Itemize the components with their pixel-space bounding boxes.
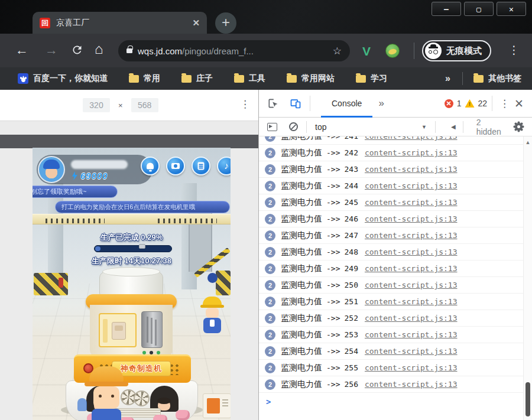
console-source-link[interactable]: content-script.js:13 — [365, 181, 458, 190]
console-source-link[interactable]: content-script.js:13 — [365, 347, 458, 356]
home-icon[interactable]: ⌂ — [95, 42, 103, 56]
browser-menu-icon[interactable]: ⋮ — [508, 43, 520, 57]
console-settings-gear-icon[interactable] — [515, 123, 523, 131]
forward-icon[interactable]: → — [45, 43, 58, 57]
vue-devtools-extension-icon[interactable]: V — [362, 44, 371, 58]
console-source-link[interactable]: content-script.js:13 — [365, 231, 458, 240]
bookmark-folder[interactable]: 学习 — [356, 73, 387, 84]
bookmark-folder[interactable]: 工具 — [234, 73, 265, 84]
console-message-text: 监测电力值->>249 — [281, 263, 362, 274]
hidden-messages-label[interactable]: 2 hidden — [476, 118, 507, 136]
tab-close-icon[interactable]: ✕ — [192, 18, 200, 28]
clear-console-icon[interactable] — [289, 122, 298, 131]
bookmark-folder[interactable]: 常用 — [129, 73, 160, 84]
console-source-link[interactable]: content-script.js:13 — [365, 363, 458, 372]
bookmark-folder-label: 学习 — [371, 73, 387, 84]
devtools-close-icon[interactable]: ✕ — [514, 97, 524, 110]
machine-lid — [102, 267, 160, 276]
console-message-row: 2 监测电力值->>244 content-script.js:13 — [259, 178, 523, 194]
url-path: /pingou/dream_f... — [182, 46, 254, 56]
repeat-count-badge: 2 — [265, 346, 275, 357]
avatar — [38, 156, 65, 183]
music-button[interactable]: ♪ — [217, 157, 231, 175]
url-host: wqs.jd.com — [138, 46, 182, 56]
inspect-element-icon[interactable] — [267, 97, 279, 109]
bookmark-folder[interactable]: 庄子 — [181, 73, 213, 84]
bookmark-baidu[interactable]: 百度一下，你就知道 — [18, 73, 108, 84]
power-settlement-banner: 打工的电力奖励会在次日6点后结算在发电机里哦 — [55, 201, 230, 213]
bookmarks-bar: 百度一下，你就知道 常用 庄子 工具 — [0, 67, 532, 90]
viewport-height-input[interactable]: 568 — [131, 98, 158, 112]
scrollbar-thumb[interactable] — [525, 382, 530, 416]
console-source-link[interactable]: content-script.js:13 — [365, 264, 458, 273]
console-source-link[interactable]: content-script.js:13 — [365, 136, 458, 141]
console-prompt[interactable]: > — [259, 393, 523, 411]
console-source-link[interactable]: content-script.js:13 — [365, 148, 458, 157]
console-message-text: 监测电力值->>246 — [281, 214, 362, 224]
console-source-link[interactable]: content-script.js:13 — [365, 198, 458, 207]
folder-icon — [234, 75, 244, 83]
browser-tab[interactable]: 回 京喜工厂 ✕ — [33, 12, 207, 34]
bookmark-folder[interactable]: 常用网站 — [287, 73, 335, 84]
console-message-row: 2 监测电力值->>248 content-script.js:13 — [259, 244, 523, 261]
incognito-badge: 无痕模式 — [422, 40, 491, 61]
scroll-up-arrow-icon[interactable]: ▲ — [524, 136, 532, 145]
production-progress-bar — [94, 245, 172, 252]
filter-collapse-icon[interactable]: ◀ — [451, 123, 456, 130]
viewport-width-input[interactable]: 320 — [83, 98, 110, 112]
folder-icon — [181, 75, 192, 83]
console-source-link[interactable]: content-script.js:13 — [365, 314, 458, 323]
back-icon[interactable]: ← — [15, 43, 28, 57]
maximize-button[interactable]: ▢ — [464, 2, 494, 16]
folder-icon — [356, 75, 366, 83]
bookmark-star-icon[interactable]: ☆ — [333, 45, 342, 57]
console-message-text: 监测电力值->>241 — [281, 136, 362, 142]
console-message-row: 2 监测电力值->>250 content-script.js:13 — [259, 277, 523, 294]
console-source-link[interactable]: content-script.js:13 — [365, 380, 458, 389]
bookmarks-separator — [462, 72, 463, 85]
tab-console[interactable]: Console — [319, 90, 375, 118]
console-source-link[interactable]: content-script.js:13 — [365, 281, 458, 289]
close-window-button[interactable]: ✕ — [497, 2, 526, 16]
bell-icon — [147, 163, 154, 170]
device-toolbar-menu-icon[interactable]: ⋮ — [240, 98, 250, 110]
console-source-link[interactable]: content-script.js:13 — [365, 214, 458, 223]
minimize-button[interactable]: — — [432, 2, 461, 16]
other-bookmarks[interactable]: 其他书签 — [473, 73, 521, 84]
device-toolbar-toggle-icon[interactable] — [290, 97, 301, 109]
product-preview — [112, 322, 126, 340]
address-bar[interactable]: wqs.jd.com/pingou/dream_f... ☆ — [118, 40, 350, 61]
console-source-link[interactable]: content-script.js:13 — [365, 248, 458, 256]
folder-icon — [129, 75, 139, 83]
worker-character[interactable] — [200, 297, 224, 334]
notification-bell-button[interactable] — [141, 157, 160, 175]
progress-marker — [139, 244, 145, 249]
error-icon: ✕ — [445, 99, 453, 108]
console-source-link[interactable]: content-script.js:13 — [365, 297, 458, 306]
bookmarks-overflow-chevron[interactable]: » — [445, 73, 450, 84]
console-source-link[interactable]: content-script.js:13 — [365, 330, 458, 339]
console-message-text: 监测电力值->>255 — [281, 363, 362, 373]
console-scrollbar[interactable]: ▲ — [523, 136, 532, 420]
console-source-link[interactable]: content-script.js:13 — [365, 165, 458, 174]
more-tabs-chevron[interactable]: » — [378, 97, 384, 109]
camera-icon — [171, 163, 180, 169]
incognito-icon — [425, 43, 442, 59]
repeat-count-badge: 2 — [265, 230, 275, 241]
repeat-count-badge: 2 — [265, 379, 275, 390]
bookmark-folder-label: 工具 — [249, 73, 265, 84]
console-sidebar-toggle-icon[interactable] — [267, 123, 277, 131]
frame-selector-dropdown[interactable]: top ▼ — [315, 122, 427, 132]
console-message-text: 监测电力值->>245 — [281, 197, 362, 208]
extension-icon[interactable] — [385, 44, 400, 58]
reload-icon[interactable] — [71, 44, 83, 56]
devtools-menu-icon[interactable]: ⋮ — [499, 97, 510, 110]
worker-character[interactable] — [85, 366, 128, 420]
fire-extinguisher — [59, 278, 63, 288]
toolbar-separator — [414, 43, 414, 59]
player-hud[interactable]: 69000 — [37, 155, 153, 184]
tasks-button[interactable] — [192, 157, 210, 175]
production-deadline-label: 生产限时 14天10:27:38 — [33, 256, 231, 266]
camera-button[interactable] — [166, 157, 185, 175]
new-tab-button[interactable]: + — [215, 12, 236, 34]
